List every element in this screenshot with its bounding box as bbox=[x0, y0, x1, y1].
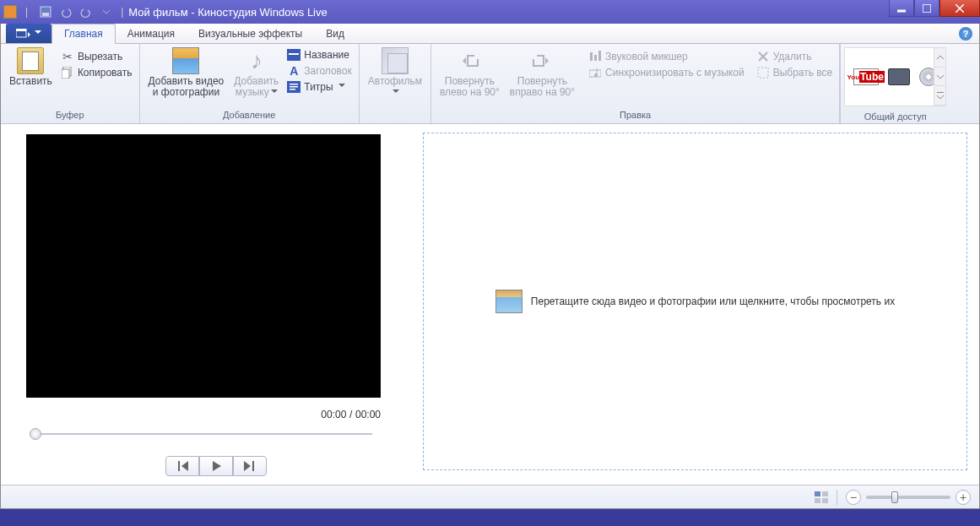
caption-icon: A bbox=[287, 64, 300, 78]
add-music-button[interactable]: Добавить музыку bbox=[230, 46, 282, 100]
credits-button[interactable]: Титры bbox=[285, 79, 353, 95]
select-all-button[interactable]: Выбрать все bbox=[755, 65, 835, 80]
zoom-slider[interactable] bbox=[866, 496, 950, 499]
ribbon-tabbar: Главная Анимация Визуальные эффекты Вид … bbox=[1, 24, 979, 44]
preview-pane: 00:00 / 00:00 bbox=[1, 124, 423, 485]
cut-button[interactable]: Вырезать bbox=[59, 49, 134, 64]
svg-rect-20 bbox=[937, 92, 944, 93]
file-menu-button[interactable] bbox=[6, 24, 51, 43]
zoom-thumb[interactable] bbox=[891, 491, 898, 503]
paste-icon bbox=[17, 47, 44, 74]
next-frame-button[interactable] bbox=[233, 456, 267, 476]
autofilm-button[interactable]: Автофильм bbox=[365, 46, 425, 100]
svg-rect-14 bbox=[590, 52, 593, 61]
zoom-out-button[interactable]: − bbox=[846, 490, 861, 505]
ribbon: Вставить Вырезать Копировать Буфер bbox=[1, 44, 979, 124]
music-note-icon bbox=[243, 47, 270, 74]
rotate-left-icon bbox=[456, 47, 483, 74]
timeline-pane: Перетащите сюда видео и фотографии или щ… bbox=[423, 124, 979, 485]
qat-redo-icon[interactable] bbox=[77, 3, 95, 21]
title-button[interactable]: Название bbox=[285, 47, 353, 62]
tv-icon[interactable] bbox=[888, 68, 910, 85]
quick-access-toolbar bbox=[36, 3, 116, 21]
svg-rect-25 bbox=[815, 498, 820, 503]
share-scroll-up-icon[interactable] bbox=[934, 48, 945, 68]
rotate-left-button[interactable]: Повернуть влево на 90° bbox=[436, 46, 503, 100]
help-icon[interactable]: ? bbox=[959, 27, 972, 41]
svg-rect-21 bbox=[178, 461, 180, 471]
qat-dropdown-icon[interactable] bbox=[97, 3, 116, 21]
svg-rect-1 bbox=[42, 13, 49, 16]
svg-rect-15 bbox=[594, 55, 597, 61]
qat-undo-icon[interactable] bbox=[57, 3, 75, 21]
window-controls bbox=[889, 0, 980, 17]
svg-rect-24 bbox=[822, 491, 828, 496]
dropzone[interactable]: Перетащите сюда видео и фотографии или щ… bbox=[423, 133, 967, 470]
youtube-icon[interactable]: YouTube bbox=[853, 68, 879, 85]
play-button[interactable] bbox=[199, 456, 233, 476]
close-button[interactable] bbox=[939, 0, 980, 17]
group-share: YouTube Общий доступ bbox=[840, 44, 950, 123]
svg-rect-26 bbox=[822, 498, 828, 503]
tab-view[interactable]: Вид bbox=[314, 24, 356, 43]
titlebar: | | Мой фильм - Киностудия Windows Live bbox=[0, 0, 980, 24]
svg-rect-23 bbox=[815, 491, 820, 496]
mixer-icon bbox=[588, 50, 602, 63]
rotate-right-button[interactable]: Повернуть вправо на 90° bbox=[506, 46, 578, 100]
group-edit: Повернуть влево на 90° Повернуть вправо … bbox=[431, 44, 840, 123]
group-label-edit: Правка bbox=[436, 108, 834, 122]
tab-home[interactable]: Главная bbox=[51, 24, 116, 44]
share-more-icon[interactable] bbox=[934, 86, 945, 106]
group-label-add: Добавление bbox=[145, 108, 354, 122]
copy-icon bbox=[61, 66, 74, 79]
share-scroll-down-icon[interactable] bbox=[934, 68, 945, 87]
audio-mixer-button[interactable]: Звуковой микшер bbox=[587, 49, 746, 64]
svg-rect-5 bbox=[16, 29, 26, 31]
svg-rect-11 bbox=[290, 84, 298, 85]
sync-music-button[interactable]: Синхронизировать с музыкой bbox=[587, 65, 746, 80]
sync-icon bbox=[588, 66, 602, 79]
statusbar: − + bbox=[1, 485, 979, 508]
seek-thumb[interactable] bbox=[30, 428, 41, 440]
svg-rect-3 bbox=[923, 4, 931, 13]
qat-save-icon[interactable] bbox=[36, 3, 55, 21]
caption-button[interactable]: A Заголовок bbox=[285, 63, 353, 79]
prev-frame-button[interactable] bbox=[165, 456, 199, 476]
paste-button[interactable]: Вставить bbox=[6, 46, 56, 89]
seek-slider[interactable] bbox=[26, 427, 381, 441]
copy-button[interactable]: Копировать bbox=[59, 65, 134, 80]
svg-rect-2 bbox=[897, 10, 906, 12]
maximize-button[interactable] bbox=[914, 0, 939, 17]
select-all-icon bbox=[756, 66, 770, 79]
delete-icon bbox=[756, 50, 770, 63]
group-autofilm: Автофильм bbox=[360, 44, 431, 123]
time-display: 00:00 / 00:00 bbox=[26, 408, 381, 420]
dropzone-text: Перетащите сюда видео и фотографии или щ… bbox=[531, 296, 895, 307]
share-scroll bbox=[934, 48, 945, 106]
thumbnail-view-icon[interactable] bbox=[815, 491, 828, 504]
svg-rect-19 bbox=[758, 68, 768, 78]
video-preview bbox=[26, 134, 381, 398]
group-label-share: Общий доступ bbox=[841, 110, 950, 123]
delete-button[interactable]: Удалить bbox=[755, 49, 835, 64]
title-icon bbox=[287, 48, 300, 62]
tab-animation[interactable]: Анимация bbox=[116, 24, 187, 43]
svg-point-18 bbox=[594, 73, 598, 77]
scissors-icon bbox=[61, 50, 74, 63]
zoom-in-button[interactable]: + bbox=[956, 490, 971, 505]
minimize-button[interactable] bbox=[889, 0, 914, 17]
dropzone-media-icon bbox=[495, 290, 522, 313]
svg-rect-7 bbox=[62, 69, 69, 79]
content-area: 00:00 / 00:00 Перетащите сюда видео и фо… bbox=[1, 124, 979, 485]
credits-icon bbox=[287, 80, 300, 94]
group-add: Добавить видео и фотографии Добавить муз… bbox=[140, 44, 360, 123]
svg-rect-22 bbox=[252, 461, 254, 471]
tab-effects[interactable]: Визуальные эффекты bbox=[187, 24, 314, 43]
add-video-button[interactable]: Добавить видео и фотографии bbox=[145, 46, 228, 100]
svg-rect-12 bbox=[290, 86, 298, 88]
add-video-icon bbox=[172, 47, 199, 74]
window-title: Мой фильм - Киностудия Windows Live bbox=[128, 6, 328, 19]
rotate-right-icon bbox=[528, 47, 555, 74]
svg-rect-13 bbox=[290, 89, 295, 90]
svg-rect-9 bbox=[289, 53, 299, 55]
